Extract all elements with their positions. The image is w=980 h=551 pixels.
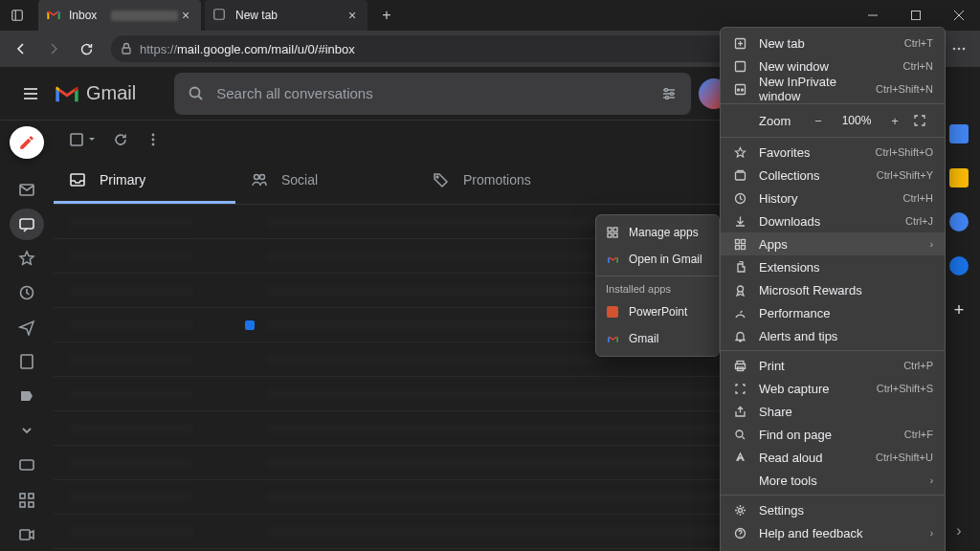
close-window-button[interactable]	[937, 0, 980, 31]
more-options-button[interactable]	[944, 33, 974, 64]
nav-chat-bottom[interactable]	[10, 450, 44, 482]
svg-point-9	[958, 48, 961, 51]
search-placeholder: Search all conversations	[216, 85, 649, 101]
apps-submenu: Manage apps Open in Gmail Installed apps…	[595, 214, 720, 357]
menu-print[interactable]: PrintCtrl+P	[721, 354, 945, 377]
menu-web-capture[interactable]: Web captureCtrl+Shift+S	[721, 377, 945, 400]
new-tab-button[interactable]: +	[373, 2, 400, 29]
menu-more-tools[interactable]: More tools›	[721, 469, 945, 492]
contacts-app-icon[interactable]	[949, 256, 969, 276]
menu-favorites[interactable]: FavoritesCtrl+Shift+O	[721, 141, 945, 164]
tab-actions-button[interactable]	[0, 0, 34, 31]
tab-close-button[interactable]: ×	[345, 8, 360, 23]
apps-icon	[732, 238, 747, 251]
nav-inbox[interactable]	[10, 174, 44, 207]
star-icon	[732, 146, 747, 159]
print-icon	[732, 360, 747, 372]
svg-line-15	[199, 96, 203, 99]
back-button[interactable]	[6, 33, 36, 64]
submenu-app-powerpoint[interactable]: PowerPoint	[596, 298, 719, 325]
more-mail-button[interactable]	[145, 132, 161, 147]
select-all-checkbox[interactable]	[69, 132, 96, 147]
nav-labels[interactable]	[10, 380, 44, 412]
svg-point-21	[666, 96, 669, 99]
menu-read-aloud[interactable]: Read aloudCtrl+Shift+U	[721, 446, 945, 469]
forward-button[interactable]	[38, 33, 69, 64]
menu-extensions[interactable]: Extensions	[721, 255, 945, 278]
gmail-logo[interactable]: Gmail	[54, 82, 136, 104]
menu-collections[interactable]: CollectionsCtrl+Shift+Y	[721, 164, 945, 187]
tasks-app-icon[interactable]	[949, 212, 969, 231]
menu-help[interactable]: Help and feedback›	[721, 521, 945, 544]
submenu-header: Installed apps	[596, 279, 719, 298]
nav-starred[interactable]	[10, 242, 44, 275]
menu-downloads[interactable]: DownloadsCtrl+J	[721, 209, 945, 232]
menu-new-tab[interactable]: New tabCtrl+T	[721, 32, 945, 55]
submenu-open-gmail[interactable]: Open in Gmail	[596, 246, 719, 273]
menu-rewards[interactable]: Microsoft Rewards	[721, 278, 945, 301]
menu-inprivate[interactable]: New InPrivate windowCtrl+Shift+N	[721, 77, 945, 100]
submenu-manage-apps[interactable]: Manage apps	[596, 219, 719, 246]
tag-icon	[433, 171, 450, 188]
submenu-label: Manage apps	[629, 226, 699, 239]
menu-find[interactable]: Find on pageCtrl+F	[721, 423, 945, 446]
search-options-icon[interactable]	[660, 85, 678, 102]
submenu-label: Open in Gmail	[629, 253, 702, 266]
tab-title: New tab	[235, 9, 345, 22]
nav-meet[interactable]	[10, 518, 44, 551]
refresh-mail-button[interactable]	[113, 132, 128, 147]
refresh-button[interactable]	[71, 33, 101, 64]
keep-app-icon[interactable]	[949, 168, 969, 187]
menu-close-edge[interactable]: Close Microsoft Edge	[721, 544, 945, 551]
compose-button[interactable]	[10, 126, 44, 159]
calendar-app-icon[interactable]	[949, 124, 969, 143]
svg-rect-54	[735, 239, 739, 243]
nav-snoozed[interactable]	[10, 276, 44, 309]
nav-spaces[interactable]	[10, 484, 44, 517]
nav-more[interactable]	[10, 414, 44, 447]
apps-grid-icon	[606, 226, 619, 239]
download-icon	[732, 215, 747, 228]
svg-rect-51	[735, 172, 745, 180]
search-input[interactable]: Search all conversations	[174, 73, 691, 115]
tab-title-blurred	[111, 11, 178, 21]
browser-tab-inbox[interactable]: Inbox ×	[38, 0, 201, 31]
svg-rect-0	[12, 11, 23, 21]
tab-promotions[interactable]: Promotions	[417, 159, 599, 204]
svg-point-62	[736, 430, 743, 437]
svg-rect-32	[71, 134, 82, 145]
svg-rect-2	[214, 10, 225, 20]
svg-point-37	[255, 175, 259, 180]
add-app-button[interactable]: +	[954, 300, 965, 320]
lock-icon	[121, 42, 132, 55]
svg-rect-27	[20, 494, 25, 498]
tab-close-button[interactable]: ×	[178, 8, 193, 23]
nav-drafts[interactable]	[10, 345, 44, 378]
zoom-in-button[interactable]: +	[885, 114, 904, 128]
fullscreen-button[interactable]	[914, 115, 933, 126]
svg-rect-25	[21, 355, 33, 368]
svg-point-34	[152, 139, 155, 142]
svg-rect-7	[122, 48, 130, 54]
nav-sent[interactable]	[10, 311, 44, 343]
nav-chat[interactable]	[10, 209, 44, 241]
menu-settings[interactable]: Settings	[721, 498, 945, 521]
svg-point-58	[737, 286, 743, 292]
gmail-icon	[606, 253, 619, 266]
tab-primary[interactable]: Primary	[54, 159, 235, 204]
menu-history[interactable]: HistoryCtrl+H	[721, 187, 945, 209]
tab-social[interactable]: Social	[235, 159, 417, 204]
svg-point-35	[152, 143, 155, 146]
gear-icon	[732, 504, 747, 517]
menu-performance[interactable]: Performance	[721, 301, 945, 324]
menu-share[interactable]: Share	[721, 400, 945, 423]
main-menu-button[interactable]	[8, 71, 54, 117]
menu-apps[interactable]: Apps›	[721, 232, 945, 255]
side-panel-collapse[interactable]: ›	[956, 522, 961, 540]
menu-alerts[interactable]: Alerts and tips	[721, 324, 945, 347]
zoom-out-button[interactable]: −	[809, 114, 828, 128]
svg-rect-28	[29, 494, 33, 498]
submenu-app-gmail[interactable]: Gmail	[596, 325, 719, 352]
browser-tab-new[interactable]: New tab ×	[205, 0, 368, 31]
bell-icon	[732, 330, 747, 342]
